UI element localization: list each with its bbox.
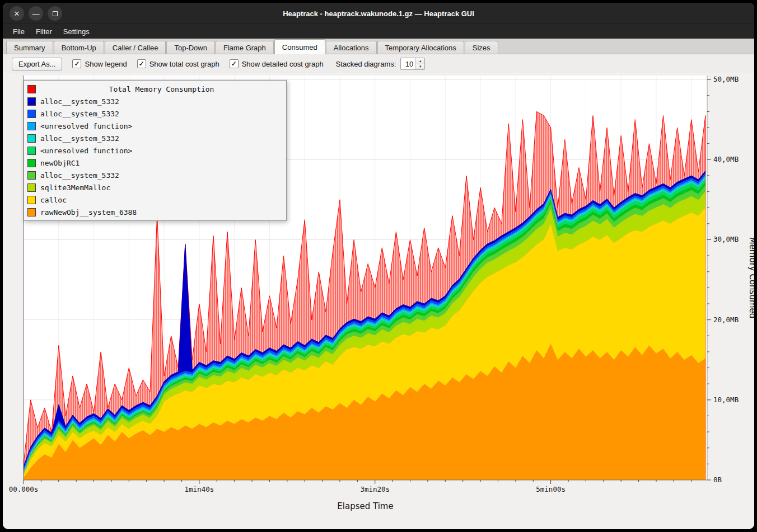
legend-swatch [27,85,36,93]
legend-item: calloc [27,194,283,206]
toolbar: Export As... ✓Show legend✓Show total cos… [3,54,754,73]
tab-flame-graph[interactable]: Flame Graph [216,41,274,54]
legend-swatch [27,110,36,118]
checkbox-label: Show legend [85,60,127,68]
svg-text:30,0MB: 30,0MB [713,235,739,243]
chart-legend: Total Memory Consumptionalloc__system_53… [24,80,287,221]
legend-item-label: alloc__system_5332 [40,110,119,118]
menu-settings[interactable]: Settings [58,24,95,39]
legend-swatch [27,147,36,155]
legend-item: alloc__system_5332 [27,169,283,181]
legend-item-label: newObjRC1 [40,159,80,167]
legend-swatch [27,196,36,204]
x-axis-labels: 00.000s1min40s3min20s5min00s [9,485,566,493]
legend-item-label: alloc__system_5332 [40,171,119,180]
legend-item-label: sqlite3MemMalloc [40,183,110,192]
tab-summary[interactable]: Summary [6,41,53,54]
stacked-diagrams-spinbox[interactable]: 10 ▲ ▼ [400,58,425,70]
legend-item: <unresolved function> [27,120,283,132]
tab-allocations[interactable]: Allocations [326,41,377,54]
stacked-diagrams-label: Stacked diagrams: [336,60,396,68]
y-axis-title: Memory Consumed [747,237,754,319]
legend-swatch [27,134,36,143]
spinbox-value: 10 [401,58,415,69]
svg-text:20,0MB: 20,0MB [713,316,739,324]
export-as-button[interactable]: Export As... [12,58,62,70]
tab-temporary-allocations[interactable]: Temporary Allocations [377,41,464,54]
legend-title-row: Total Memory Consumption [27,83,283,95]
menubar: FileFilterSettings [3,24,754,39]
checkbox-show-total-cost-graph[interactable]: ✓Show total cost graph [137,59,219,68]
spin-up-button[interactable]: ▲ [416,58,424,64]
legend-swatch [27,159,36,167]
checkbox-box[interactable]: ✓ [230,59,239,68]
svg-text:10,0MB: 10,0MB [713,396,739,404]
legend-item-label: rawNewObj__system_6388 [40,208,137,216]
legend-swatch [27,122,36,130]
spin-down-button[interactable]: ▼ [416,64,424,70]
legend-item: alloc__system_5332 [27,107,283,120]
menu-file[interactable]: File [7,24,30,39]
legend-item: rawNewObj__system_6388 [27,206,283,218]
tab-bar: SummaryBottom-UpCaller / CalleeTop-DownF… [3,39,754,54]
checkbox-show-legend[interactable]: ✓Show legend [72,59,127,68]
svg-text:3min20s: 3min20s [360,485,390,493]
app-window: ✕ — Heaptrack - heaptrack.wakunode.1.gz … [3,3,754,529]
tab-consumed[interactable]: Consumed [274,39,325,54]
svg-text:0B: 0B [713,475,722,484]
menu-filter[interactable]: Filter [30,24,58,39]
legend-item-label: calloc [40,196,67,204]
spinbox-buttons: ▲ ▼ [415,58,424,69]
chart-area: 00.000s1min40s3min20s5min00s0B10,0MB20,0… [3,73,754,529]
legend-item-label: alloc__system_5332 [40,97,119,106]
legend-item: <unresolved function> [27,144,283,157]
svg-text:50,0MB: 50,0MB [713,75,739,83]
titlebar: ✕ — Heaptrack - heaptrack.wakunode.1.gz … [3,3,754,24]
tab-bottom-up[interactable]: Bottom-Up [54,41,104,54]
legend-item: alloc__system_5332 [27,132,283,144]
svg-text:5min00s: 5min00s [536,485,566,493]
legend-item-label: <unresolved function> [40,147,132,155]
legend-item: newObjRC1 [27,157,283,169]
legend-item-label: alloc__system_5332 [40,134,119,143]
legend-title: Total Memory Consumption [40,85,283,93]
svg-text:1min40s: 1min40s [185,485,214,493]
window-title: Heaptrack - heaptrack.wakunode.1.gz — He… [3,3,754,24]
tab-sizes[interactable]: Sizes [465,41,498,54]
legend-item: alloc__system_5332 [27,95,283,107]
legend-item: sqlite3MemMalloc [27,181,283,194]
checkbox-label: Show total cost graph [149,60,219,68]
y-axis-labels: 0B10,0MB20,0MB30,0MB40,0MB50,0MB [713,75,739,484]
legend-swatch [27,208,36,216]
checkbox-box[interactable]: ✓ [72,59,81,68]
legend-swatch [27,183,36,192]
checkbox-show-detailed-cost-graph[interactable]: ✓Show detailed cost graph [230,59,324,68]
x-axis-title: Elapsed Time [337,501,393,511]
checkbox-group: ✓Show legend✓Show total cost graph✓Show … [72,59,323,68]
svg-text:00.000s: 00.000s [9,485,39,493]
tab-top-down[interactable]: Top-Down [166,41,215,54]
checkbox-label: Show detailed cost graph [242,60,324,68]
checkbox-box[interactable]: ✓ [137,59,146,68]
legend-swatch [27,171,36,180]
legend-item-label: <unresolved function> [40,122,132,130]
svg-text:40,0MB: 40,0MB [713,155,739,163]
legend-swatch [27,97,36,106]
tab-caller-callee[interactable]: Caller / Callee [105,41,166,54]
